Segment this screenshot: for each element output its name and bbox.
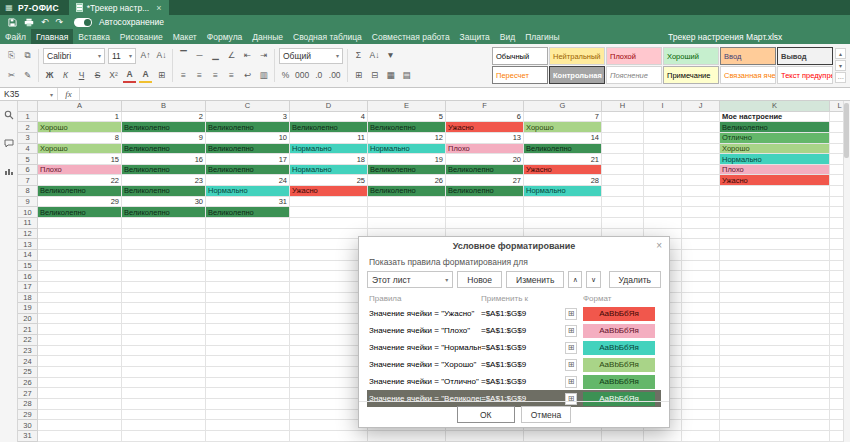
grid-cell[interactable] [38,388,122,399]
grid-cell[interactable] [524,197,602,208]
grid-cell[interactable] [290,239,368,250]
cell-style-11[interactable]: Текст предупре [777,66,833,84]
percent-style-button[interactable]: % [279,68,292,84]
menu-tab-9[interactable]: Защита [455,29,495,44]
grid-cell[interactable]: 8 [38,133,122,144]
cell-style-2[interactable]: Плохой [606,47,662,65]
orientation-button[interactable]: ∠ [225,48,238,64]
grid-cell[interactable]: Великолепно [368,122,446,133]
row-header-14[interactable]: 14 [18,250,38,261]
grid-cell[interactable] [720,271,830,282]
grid-cell[interactable] [682,197,720,208]
grid-cell[interactable]: Великолепно [368,165,446,176]
grid-cell[interactable] [524,207,602,218]
grid-cell[interactable] [368,431,446,442]
row-header-9[interactable]: 9 [18,197,38,208]
increase-indent-button[interactable]: ⇥ [257,48,270,64]
decrease-indent-button[interactable]: ⇤ [241,48,254,64]
grid-cell[interactable]: Великолепно [206,122,290,133]
grid-cell[interactable] [290,356,368,367]
grid-cell[interactable]: 11 [290,133,368,144]
grid-cell[interactable] [122,261,206,272]
grid-cell[interactable] [122,303,206,314]
grid-cell[interactable] [682,324,720,335]
grid-cell[interactable] [38,324,122,335]
grid-cell[interactable]: Нормально [720,154,830,165]
column-header-D[interactable]: D [290,101,368,112]
grid-cell[interactable]: 20 [446,154,524,165]
grid-cell[interactable] [206,410,290,421]
document-tab[interactable]: *Трекер настр... × [69,0,169,15]
row-header-26[interactable]: 26 [18,378,38,389]
autosum-button[interactable]: Σ [352,48,365,64]
grid-cell[interactable] [368,197,446,208]
menu-tab-2[interactable]: Вставка [73,29,115,44]
grid-cell[interactable]: Великолепно [206,165,290,176]
column-header-H[interactable]: H [602,101,644,112]
grid-cell[interactable] [290,367,368,378]
cell-style-8[interactable]: Пояснение [606,66,662,84]
insert-cells-button[interactable]: ⊞ [352,68,365,84]
grid-cell[interactable] [290,282,368,293]
grid-cell[interactable] [290,197,368,208]
grid-cell[interactable]: 15 [38,154,122,165]
gallery-up-icon[interactable]: ▴ [835,48,846,59]
grid-cell[interactable] [644,122,682,133]
grid-cell[interactable]: 1 [38,112,122,123]
delete-cells-button[interactable]: ⊟ [368,68,381,84]
row-header-28[interactable]: 28 [18,399,38,410]
grid-cell[interactable]: 25 [290,175,368,186]
grid-cell[interactable] [602,122,644,133]
grid-cell[interactable] [38,431,122,442]
grid-cell[interactable] [206,367,290,378]
grid-cell[interactable] [206,335,290,346]
filter-button[interactable]: ▼ [384,48,397,64]
rule-row-2[interactable]: Значение ячейки = "Нормально"=$A$1:$G$9⊞… [367,339,661,356]
grid-cell[interactable] [38,378,122,389]
row-header-29[interactable]: 29 [18,410,38,421]
grid-cell[interactable] [206,293,290,304]
grid-cell[interactable]: 31 [206,197,290,208]
column-header-C[interactable]: C [206,101,290,112]
italic-button[interactable]: К [59,68,72,84]
column-header-B[interactable]: B [122,101,206,112]
grid-cell[interactable] [682,112,720,123]
comma-style-button[interactable]: 000 [295,68,309,84]
grid-cell[interactable] [122,335,206,346]
grid-cell[interactable] [720,346,830,357]
grid-cell[interactable] [720,314,830,325]
grid-cell[interactable] [38,229,122,240]
grid-cell[interactable]: Нормально [368,144,446,155]
borders-button[interactable]: ⊞ [155,68,168,84]
grid-cell[interactable]: Хорошо [524,122,602,133]
save-button[interactable] [8,18,17,27]
grid-cell[interactable] [206,420,290,431]
grid-cell[interactable] [682,388,720,399]
font-name-select[interactable]: Calibri ▾ [43,48,105,64]
increase-decimal-button[interactable]: .00 [328,68,341,84]
increase-font-button[interactable]: A↑ [139,48,152,64]
grid-cell[interactable]: 6 [446,112,524,123]
grid-cell[interactable]: Великолепно [122,144,206,155]
grid-cell[interactable] [682,229,720,240]
grid-cell[interactable]: Плохо [38,165,122,176]
row-header-6[interactable]: 6 [18,165,38,176]
grid-cell[interactable] [720,207,830,218]
grid-cell[interactable]: 27 [446,175,524,186]
grid-cell[interactable] [290,250,368,261]
grid-cell[interactable] [720,410,830,421]
grid-cell[interactable] [290,303,368,314]
grid-cell[interactable]: 26 [368,175,446,186]
grid-cell[interactable] [206,261,290,272]
decrease-font-button[interactable]: A↓ [155,48,168,64]
grid-cell[interactable] [682,303,720,314]
row-header-18[interactable]: 18 [18,293,38,304]
grid-cell[interactable] [122,346,206,357]
grid-cell[interactable] [122,271,206,282]
grid-cell[interactable] [720,229,830,240]
scrollbar-thumb[interactable] [844,103,849,158]
new-rule-button[interactable]: Новое [457,271,502,288]
grid-cell[interactable] [644,154,682,165]
grid-cell[interactable]: 9 [122,133,206,144]
grid-cell[interactable] [290,346,368,357]
